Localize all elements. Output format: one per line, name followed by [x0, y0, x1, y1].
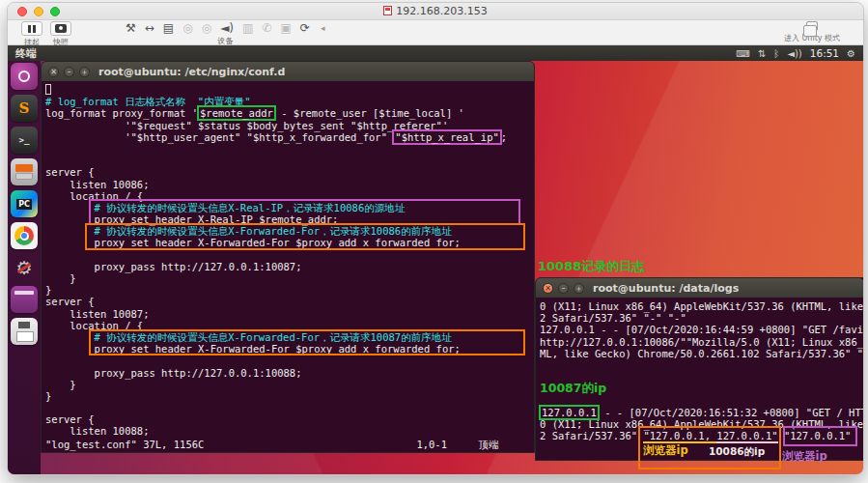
logs-terminal-titlebar[interactable]: ✕ – ＋ root@ubuntu: /data/logs: [536, 278, 864, 298]
keyboard-indicator-icon[interactable]: ⌨: [736, 48, 749, 59]
minimize-icon[interactable]: –: [64, 67, 74, 77]
cdrom2-icon[interactable]: ◎: [202, 21, 211, 35]
terminal-text: location / {: [45, 320, 143, 331]
terminal-line: proxy_pass http://127.0.0.1:10087;: [45, 261, 534, 272]
pycharm-icon: PC: [16, 199, 32, 210]
printer-icon[interactable]: ▥: [242, 21, 253, 35]
drawer-icon: [15, 164, 33, 172]
terminal-line: # 协议转发的时候设置头信息X-Forwarded-For，记录请求10086的…: [45, 225, 534, 237]
vim-cursor-position: 1,0-1: [416, 439, 447, 452]
purple-app-launcher[interactable]: [11, 286, 38, 313]
chrome-launcher[interactable]: [11, 222, 38, 249]
terminal-text: - $remote_user [$time_local] ': [275, 107, 464, 119]
terminal-line: # 协议转发的时候设置头信息X-Real-IP，记录请求10086的源地址: [45, 202, 534, 213]
unity-mode-button[interactable]: 进入 Unity 模式: [770, 21, 854, 43]
file-cabinet-launcher[interactable]: [11, 158, 38, 185]
toolbar-overflow-icon[interactable]: ◂: [321, 23, 325, 33]
terminal-line: 2 Safari/537.36" "127.0.0.1, 127.0.0.1" …: [540, 430, 864, 441]
vim-status-line: "log_test.conf" 37L, 1156C 1,0-1 顶端: [45, 439, 530, 452]
ubuntu-desktop: S >_ PC ⚙ ✕ – ＋ root@ubuntu: /etc/nginx/…: [8, 61, 864, 475]
active-app-menu[interactable]: 终端: [15, 46, 37, 61]
terminal-text: }: [45, 272, 76, 284]
drawer2-icon: [15, 173, 33, 180]
terminal-line: log_format proxy_format '$remote_addr - …: [45, 107, 534, 119]
clock[interactable]: 16:51: [810, 47, 839, 59]
network-indicator-icon[interactable]: ⇅: [758, 48, 766, 59]
snapshot-label: 快照: [53, 37, 69, 47]
suspend-button[interactable]: 挂起: [17, 21, 46, 47]
logs-terminal-window[interactable]: ✕ – ＋ root@ubuntu: /data/logs 0 (X11; Li…: [535, 277, 864, 461]
bluetooth-indicator-icon[interactable]: ᛒ: [773, 48, 779, 59]
snapshot-button[interactable]: 快照: [46, 21, 75, 47]
terminal-launcher[interactable]: >_: [11, 127, 38, 154]
terminal-line: 127.0.0.1 - - [07/Oct/2020:16:51:32 +080…: [540, 407, 864, 418]
terminal-line: 2 Safari/537.36" "-" "-": [540, 312, 864, 324]
vm-document-icon: [383, 6, 392, 15]
terminal-line: '"$http_user_agent" "$http_x_forwarded_f…: [45, 131, 534, 143]
close-icon[interactable]: ✕: [48, 67, 59, 77]
wrench-icon[interactable]: ⚒: [126, 21, 136, 35]
terminal-line: }: [45, 379, 534, 390]
display-resize-icon[interactable]: ↔: [145, 21, 154, 35]
terminal-text: server {: [45, 296, 95, 307]
terminal-text: "$http_x_real_ip": [392, 129, 501, 145]
logs-terminal-content[interactable]: 0 (X11; Linux x86_64) AppleWebKit/537.36…: [536, 298, 864, 461]
maximize-icon[interactable]: ＋: [79, 67, 90, 77]
terminal-text: 2 Safari/537.36" "-" "-": [540, 312, 686, 324]
terminal-text: '"$request" $status $body_bytes_sent "$h…: [45, 120, 448, 131]
terminal-line: server {: [45, 166, 534, 178]
vim-terminal-window[interactable]: ✕ – ＋ root@ubuntu: /etc/nginx/conf.d # l…: [41, 61, 535, 453]
terminal-line: }: [45, 272, 534, 284]
floppy-disk-launcher[interactable]: [11, 318, 38, 345]
terminal-line: http://127.0.0.1:10086/""Mozilla/5.0 (X1…: [540, 336, 864, 348]
network-sync-icon[interactable]: ⟳: [300, 21, 310, 35]
terminal-text: proxy_set_header X-Forwarded-For $proxy_…: [45, 343, 461, 355]
terminal-text: server {: [45, 166, 95, 178]
logs-10088-annotation-label: 10088记录的日志: [538, 258, 644, 275]
terminal-text: 2 Safari/537.36": [540, 430, 643, 441]
vmware-window: 192.168.203.153 挂起 快照 ⚒ ↔ ▤ ◎ ◎ ◄) ▥ ✆ ▣…: [7, 2, 864, 475]
harddisk-icon[interactable]: ▤: [163, 21, 174, 35]
system-settings-launcher[interactable]: ⚙: [11, 254, 38, 281]
window-title: 192.168.203.153: [8, 5, 863, 17]
macos-titlebar: 192.168.203.153: [8, 3, 863, 20]
terminal-line: # 协议转发的时候设置头信息X-Forwarded-For，记录请求10087的…: [45, 331, 534, 343]
sublime-text-launcher[interactable]: S: [11, 95, 38, 122]
phone-usb-icon[interactable]: ✆: [262, 21, 271, 35]
sound-icon[interactable]: ◄): [220, 21, 234, 35]
terminal-text: '"$http_user_agent" "$http_x_forwarded_f…: [45, 131, 393, 143]
device-toolbar-group: ⚒ ↔ ▤ ◎ ◎ ◄) ▥ ✆ ▣ ⟳ ◂ 设备: [126, 21, 324, 46]
terminal-text: }: [45, 379, 76, 390]
terminal-line: proxy_set_header X-Forwarded-For $proxy_…: [45, 237, 534, 248]
ubuntu-logo-icon: [18, 71, 30, 82]
session-gear-icon[interactable]: ⚙: [847, 48, 855, 59]
maximize-icon[interactable]: ＋: [574, 283, 584, 294]
cdrom-icon[interactable]: ◎: [182, 21, 192, 35]
terminal-text: ML, like Gecko) Chrome/50.0.2661.102 Saf…: [540, 348, 864, 359]
terminal-icon: >_: [19, 135, 30, 145]
terminal-text: 0 (X11; Linux x86_64) AppleWebKit/537.36…: [540, 418, 864, 430]
vim-terminal-titlebar[interactable]: ✕ – ＋ root@ubuntu: /etc/nginx/conf.d: [42, 62, 534, 81]
terminal-line: proxy_set_header X-Real-IP $remote_addr;: [45, 213, 534, 225]
terminal-line: proxy_pass http://127.0.0.1:10088;: [45, 367, 534, 379]
terminal-text: server {: [45, 413, 95, 425]
terminal-line: 0 (X11; Linux x86_64) AppleWebKit/537.36…: [540, 300, 864, 312]
terminal-text: location / {: [45, 190, 143, 202]
pycharm-launcher[interactable]: PC: [11, 190, 38, 217]
dash-home-button[interactable]: [11, 63, 38, 90]
terminal-line: }: [45, 390, 534, 402]
terminal-text: 0 (X11; Linux x86_64) AppleWebKit/537.36…: [540, 300, 864, 312]
terminal-line: 0 (X11; Linux x86_64) AppleWebKit/537.36…: [540, 418, 864, 430]
volume-indicator-icon[interactable]: ◄)): [787, 48, 802, 59]
terminal-text: 127.0.0.1 - - [07/Oct/2020:16:44:59 +080…: [540, 324, 864, 335]
terminal-line: }: [45, 284, 534, 296]
vim-editor-content[interactable]: # log_format 日志格式名称 "内置变量"log_format pro…: [42, 81, 534, 454]
floppy-icon[interactable]: ▣: [280, 21, 291, 35]
vim-file-info: "log_test.conf" 37L, 1156C: [45, 439, 204, 452]
terminal-text: http://127.0.0.1:10086/""Mozilla/5.0 (X1…: [540, 336, 864, 348]
minimize-icon[interactable]: –: [558, 283, 569, 294]
terminal-text: listen 10088;: [45, 425, 149, 437]
close-icon[interactable]: ✕: [543, 283, 553, 294]
terminal-text: proxy_set_header X-Real-IP $remote_addr;: [45, 213, 338, 225]
terminal-line: [45, 155, 534, 166]
